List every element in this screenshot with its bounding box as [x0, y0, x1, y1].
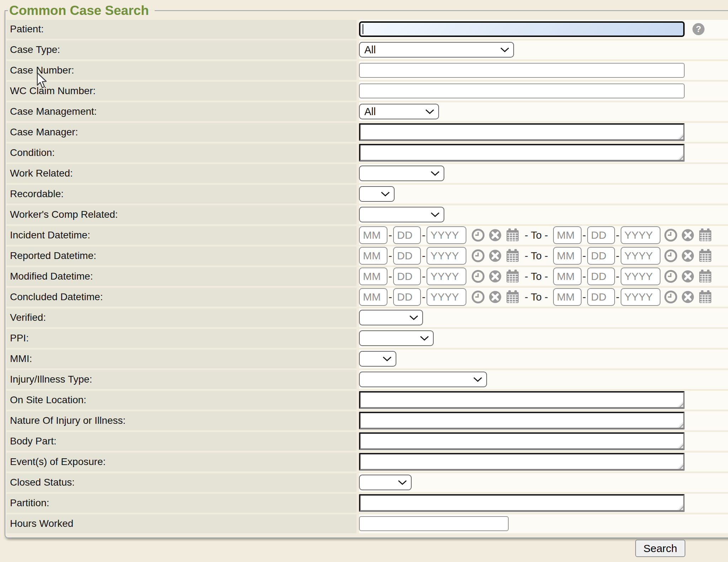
concluded-to-month-input[interactable] [553, 288, 582, 306]
nature-of-injury-textarea[interactable] [359, 412, 685, 429]
case-manager-textarea[interactable] [359, 123, 685, 141]
partition-label: Partition: [6, 494, 357, 513]
date-separator: - [616, 250, 620, 262]
resize-grip-icon[interactable] [677, 401, 683, 407]
date-separator: - [389, 229, 392, 241]
date-range-to-separator: - To - [525, 250, 548, 262]
date-separator: - [616, 291, 620, 303]
modified-from-month-input[interactable] [359, 268, 387, 285]
nature-of-injury-label: Nature Of Injury or Illness: [6, 411, 357, 430]
calendar-icon[interactable] [698, 290, 712, 304]
clear-icon[interactable] [681, 290, 695, 304]
clock-icon[interactable] [471, 290, 485, 304]
case-management-label: Case Management: [6, 102, 357, 121]
clear-icon[interactable] [488, 228, 502, 242]
reported-from-year-input[interactable] [427, 247, 466, 265]
incident-to-year-input[interactable] [621, 226, 660, 244]
clear-icon[interactable] [488, 249, 502, 263]
condition-textarea[interactable] [359, 144, 685, 162]
events-of-exposure-textarea[interactable] [359, 453, 685, 471]
reported-to-year-input[interactable] [621, 247, 660, 265]
modified-to-month-input[interactable] [553, 268, 582, 285]
clock-icon[interactable] [664, 228, 678, 242]
resize-grip-icon[interactable] [677, 133, 683, 139]
clear-icon[interactable] [681, 228, 695, 242]
resize-grip-icon[interactable] [677, 154, 683, 160]
calendar-icon[interactable] [698, 269, 712, 283]
incident-to-day-input[interactable] [587, 226, 615, 244]
page: { "title": "Common Case Search", "help_i… [0, 0, 728, 562]
resize-grip-icon[interactable] [677, 463, 683, 469]
calendar-icon[interactable] [698, 249, 712, 263]
reported-to-month-input[interactable] [553, 247, 582, 265]
case-type-label: Case Type: [6, 40, 357, 59]
clear-icon[interactable] [681, 249, 695, 263]
clear-icon[interactable] [488, 270, 502, 283]
resize-grip-icon[interactable] [677, 442, 683, 448]
calendar-icon[interactable] [698, 228, 712, 242]
workers-comp-related-select[interactable] [359, 207, 444, 222]
form-row-injury-illness-type: Injury/Illness Type: [6, 370, 728, 389]
mmi-select[interactable] [359, 351, 396, 367]
recordable-select[interactable] [359, 186, 395, 202]
concluded-from-year-input[interactable] [427, 288, 466, 306]
incident-from-year-input[interactable] [427, 226, 466, 244]
resize-grip-icon[interactable] [677, 422, 683, 428]
injury-illness-type-select[interactable] [359, 372, 487, 387]
closed-status-label: Closed Status: [6, 473, 357, 492]
clear-icon[interactable] [488, 290, 502, 304]
body-part-textarea[interactable] [359, 432, 685, 450]
wc-claim-number-input[interactable] [359, 83, 685, 98]
calendar-icon[interactable] [505, 269, 520, 283]
reported-from-day-input[interactable] [393, 247, 421, 265]
help-icon[interactable]: ? [692, 23, 705, 35]
partition-textarea[interactable] [359, 494, 685, 512]
concluded-to-day-input[interactable] [587, 288, 615, 306]
date-separator: - [422, 270, 425, 282]
case-management-select[interactable]: All [359, 104, 439, 119]
modified-from-year-input[interactable] [427, 268, 466, 285]
search-button[interactable]: Search [635, 540, 685, 557]
reported-from-month-input[interactable] [359, 247, 387, 265]
calendar-icon[interactable] [505, 290, 520, 304]
reported-to-day-input[interactable] [587, 247, 615, 265]
patient-input[interactable] [359, 21, 685, 37]
form-row-work-related: Work Related: [6, 164, 728, 183]
clock-icon[interactable] [471, 270, 485, 283]
body-part-label: Body Part: [6, 432, 357, 451]
modified-to-day-input[interactable] [587, 268, 615, 285]
date-separator: - [583, 291, 586, 303]
modified-to-year-input[interactable] [621, 268, 660, 285]
clock-icon[interactable] [471, 249, 485, 263]
concluded-from-day-input[interactable] [393, 288, 421, 306]
incident-to-month-input[interactable] [553, 226, 582, 244]
verified-select[interactable] [359, 310, 423, 325]
clear-icon[interactable] [681, 270, 695, 283]
form-row-recordable: Recordable: [6, 185, 728, 204]
work-related-select[interactable] [359, 166, 444, 181]
clock-icon[interactable] [471, 228, 485, 242]
modified-from-day-input[interactable] [393, 268, 421, 285]
form-row-mmi: MMI: [6, 350, 728, 368]
wc-claim-number-label: WC Claim Number: [6, 82, 357, 101]
incident-from-month-input[interactable] [359, 226, 387, 244]
clock-icon[interactable] [664, 290, 678, 304]
concluded-to-year-input[interactable] [621, 288, 660, 306]
work-related-label: Work Related: [6, 164, 357, 183]
on-site-location-textarea[interactable] [359, 391, 685, 409]
patient-label: Patient: [6, 20, 357, 39]
hours-worked-input[interactable] [359, 516, 509, 531]
clock-icon[interactable] [664, 249, 678, 263]
incident-from-day-input[interactable] [393, 226, 421, 244]
clock-icon[interactable] [664, 270, 678, 283]
form-row-nature-of-injury: Nature Of Injury or Illness: [6, 411, 728, 430]
calendar-icon[interactable] [505, 228, 520, 242]
closed-status-select[interactable] [359, 475, 412, 490]
chevron-down-icon [500, 47, 509, 53]
calendar-icon[interactable] [505, 249, 520, 263]
concluded-from-month-input[interactable] [359, 288, 387, 306]
resize-grip-icon[interactable] [677, 504, 683, 510]
case-type-select[interactable]: All [359, 42, 514, 58]
ppi-select[interactable] [359, 330, 434, 346]
case-number-input[interactable] [359, 63, 685, 78]
